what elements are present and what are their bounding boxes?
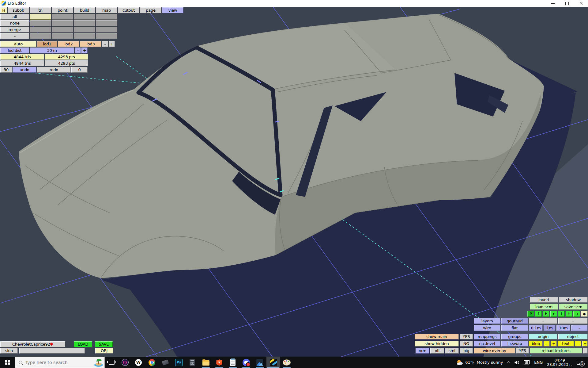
grid-dash-button[interactable]: – [571,325,588,331]
undo-button[interactable]: undo [13,67,36,73]
proj-front-button[interactable]: f [535,311,542,317]
nrm-button[interactable]: nrm [416,348,429,354]
save-button[interactable]: SAVE [95,341,113,347]
grid-cell[interactable] [30,14,51,20]
dash-button[interactable]: – [529,318,557,324]
grid-cell[interactable] [96,33,117,39]
grid-cell[interactable] [96,14,117,20]
dash-button[interactable]: – [558,318,588,324]
lod-auto-button[interactable]: auto [0,41,36,47]
text-plus-button[interactable]: + [582,341,588,347]
merge-button[interactable]: merge [0,27,29,33]
taskbar-app-explorer[interactable] [199,357,213,368]
grid-0-1m-button[interactable]: 0.1m [529,325,543,331]
text-button[interactable]: text [558,341,574,347]
taskbar-app-paint[interactable] [280,357,293,368]
show-hidden-value[interactable]: NO [460,341,473,347]
taskbar-app-task-view[interactable] [105,357,118,368]
load-button[interactable]: LOAD [74,341,92,347]
menu-view-active[interactable]: view [162,7,183,13]
start-button[interactable] [0,357,15,368]
mappings-button[interactable]: mappings [474,334,500,339]
textures-dash-button[interactable]: – [583,348,588,354]
blob-button[interactable]: blob [529,341,543,347]
blob-plus-button[interactable]: + [551,341,557,347]
menu-build[interactable]: build [74,7,95,13]
grid-cell[interactable] [74,33,95,39]
taskbar-app-calculator[interactable] [186,357,199,368]
show-hidden-button[interactable]: show hidden [415,341,459,347]
taskbar-app-w[interactable]: W [132,357,145,368]
nrm-sml-button[interactable]: sml [445,348,459,354]
lod-minus-button[interactable]: – [102,41,108,47]
menu-page[interactable]: page [140,7,161,13]
grid-cell[interactable] [74,27,95,33]
taskbar-app-lfs-editor[interactable] [266,357,280,368]
nrm-big-button[interactable]: big [460,348,473,354]
grid-cell[interactable] [30,27,51,33]
taskbar-app-chrome[interactable] [145,357,159,368]
grid-cell[interactable] [30,33,51,39]
show-main-button[interactable]: show main [415,334,459,339]
taskbar-search[interactable] [15,357,105,368]
grid-cell[interactable] [30,20,51,26]
lr-swap-button[interactable]: l.r.swap [501,341,528,347]
blob-minus-button[interactable]: – [544,341,550,347]
groups-button[interactable]: groups [501,334,528,339]
menu-tri[interactable]: tri [30,7,51,13]
grid-1m-button[interactable]: 1m [544,325,556,331]
menu-cutout[interactable]: cutout [118,7,139,13]
load-scm-button[interactable]: load scm [530,304,558,310]
grid-cell[interactable] [96,20,117,26]
proj-perspective-button[interactable]: P [527,311,534,317]
wire-overlay-button[interactable]: wire overlay [474,348,515,354]
dash-button[interactable]: – [0,33,29,39]
select-all-button[interactable]: all [0,14,29,20]
volume-button[interactable] [512,357,522,368]
layers-button[interactable]: layers [474,318,500,324]
grid-cell[interactable] [74,20,95,26]
taskbar-app-photos[interactable] [253,357,266,368]
clock-widget[interactable]: 04:49 28.07.2023 г. [545,357,575,368]
menu-point[interactable]: point [52,7,73,13]
tray-expand-button[interactable] [505,357,512,368]
notification-center-button[interactable]: 1 [575,357,586,368]
lod-dist-label[interactable]: lod dist [0,48,29,53]
nc-level-button[interactable]: n.c.level [474,341,500,347]
touch-keyboard-button[interactable] [522,357,532,368]
skin-name-field[interactable] [19,348,85,354]
proj-dot-button[interactable]: ● [581,311,588,317]
grid-cell[interactable] [52,14,73,20]
grid-cell[interactable] [52,27,73,33]
taskbar-app-steam[interactable] [159,357,172,368]
proj-top-button[interactable]: t [566,311,572,317]
select-none-button[interactable]: none [0,20,29,26]
grid-cell[interactable] [52,33,73,39]
taskbar-app-photoshop[interactable]: Ps [172,357,186,368]
object-button[interactable]: object [558,334,588,339]
flat-button[interactable]: flat [501,325,528,331]
restore-button[interactable] [560,0,574,7]
lod-dist-value[interactable]: 30 m [30,48,74,53]
text-minus-button[interactable]: – [575,341,581,347]
proj-under-button[interactable]: u [573,311,580,317]
skin-button[interactable]: skin [0,348,18,354]
taskbar-app-discord[interactable] [239,357,253,368]
obj-button[interactable]: OBJ [95,348,113,354]
taskbar-app-brave[interactable] [213,357,226,368]
wire-button[interactable]: wire [474,325,500,331]
menu-subob[interactable]: subob [8,7,29,13]
invert-button[interactable]: invert [530,297,558,303]
shadow-button[interactable]: shadow [559,297,588,303]
lod-plus-button[interactable]: + [109,41,115,47]
taskbar-app-gog[interactable] [118,357,132,368]
taskbar-app-notepad[interactable] [226,357,239,368]
weather-widget[interactable]: 61°F Mostly sunny [454,357,505,368]
close-button[interactable] [574,0,588,7]
lod-dist-plus-button[interactable]: + [81,48,88,53]
lod-dist-minus-button[interactable]: – [75,48,81,53]
wire-overlay-value[interactable]: YES [516,348,529,354]
grid-cell[interactable] [74,14,95,20]
filename-field[interactable]: ChevroletCaprice92✱ [0,341,65,347]
save-scm-button[interactable]: save scm [559,304,588,310]
